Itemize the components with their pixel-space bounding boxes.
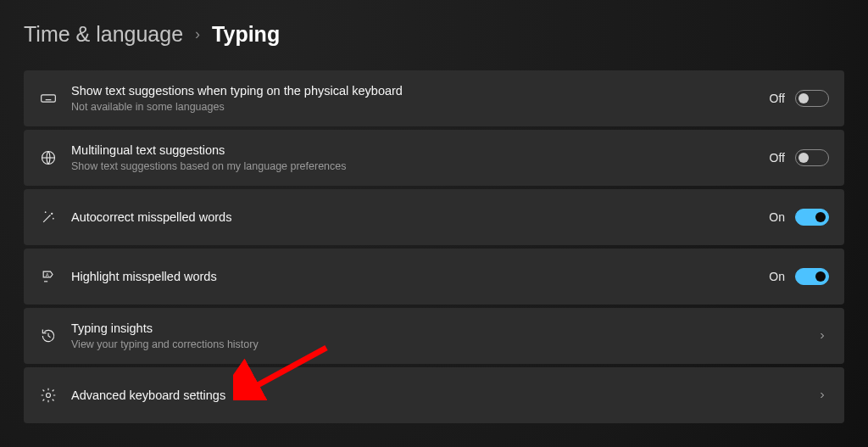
- row-title: Autocorrect misspelled words: [71, 210, 769, 225]
- row-text-suggestions-physical[interactable]: Show text suggestions when typing on the…: [24, 70, 844, 126]
- toggle-autocorrect[interactable]: [795, 209, 829, 226]
- row-title: Show text suggestions when typing on the…: [71, 83, 770, 98]
- toggle-multilingual-suggestions[interactable]: [795, 149, 829, 166]
- row-title: Typing insights: [71, 321, 815, 336]
- svg-point-11: [47, 394, 51, 398]
- svg-point-7: [51, 213, 53, 215]
- gear-icon: [39, 386, 58, 405]
- wand-icon: [39, 208, 58, 226]
- toggle-state-label: On: [769, 270, 785, 283]
- row-highlight-misspelled[interactable]: A Highlight misspelled words On: [24, 249, 844, 305]
- toggle-state-label: Off: [770, 92, 785, 105]
- chevron-right-icon: [815, 329, 829, 343]
- breadcrumb-current: Typing: [212, 22, 280, 47]
- highlight-icon: A: [39, 267, 58, 286]
- row-subtitle: View your typing and corrections history: [71, 338, 815, 352]
- toggle-state-label: On: [769, 210, 785, 224]
- toggle-state-label: Off: [770, 151, 785, 165]
- translate-icon: [39, 148, 58, 167]
- row-multilingual-suggestions[interactable]: Multilingual text suggestions Show text …: [24, 130, 844, 186]
- toggle-text-suggestions-physical[interactable]: [795, 90, 829, 107]
- row-subtitle: Show text suggestions based on my langua…: [71, 159, 770, 174]
- breadcrumb-parent[interactable]: Time & language: [24, 22, 183, 47]
- keyboard-icon: [39, 89, 58, 108]
- row-subtitle: Not available in some languages: [71, 100, 770, 115]
- row-advanced-keyboard-settings[interactable]: Advanced keyboard settings: [24, 367, 844, 423]
- breadcrumb: Time & language › Typing: [24, 22, 844, 47]
- row-title: Highlight misspelled words: [71, 269, 769, 284]
- row-title: Advanced keyboard settings: [71, 388, 815, 403]
- svg-point-8: [45, 211, 47, 213]
- chevron-right-icon: ›: [195, 25, 200, 43]
- row-typing-insights[interactable]: Typing insights View your typing and cor…: [24, 308, 844, 364]
- svg-text:A: A: [46, 272, 49, 277]
- toggle-highlight-misspelled[interactable]: [795, 268, 829, 285]
- svg-rect-0: [42, 95, 56, 102]
- row-autocorrect[interactable]: Autocorrect misspelled words On: [24, 189, 844, 245]
- chevron-right-icon: [815, 388, 829, 402]
- settings-list: Show text suggestions when typing on the…: [24, 70, 844, 423]
- row-title: Multilingual text suggestions: [71, 142, 770, 158]
- svg-point-9: [53, 218, 54, 220]
- history-icon: [39, 327, 58, 345]
